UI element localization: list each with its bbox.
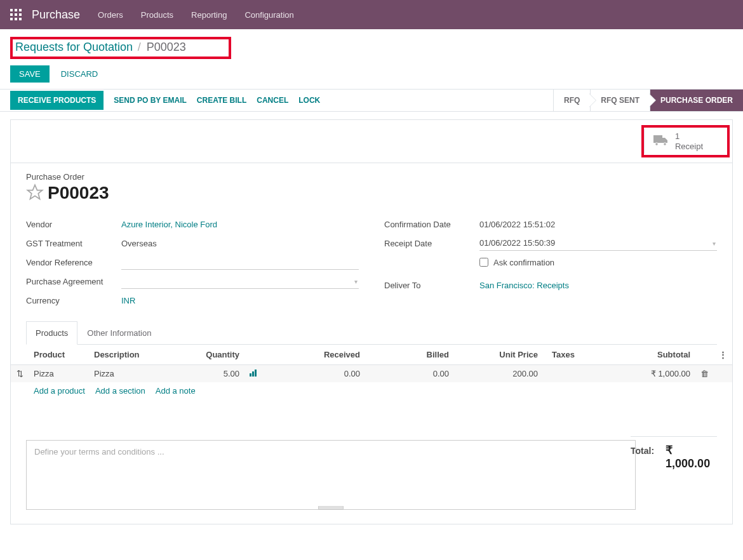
menu-products[interactable]: Products xyxy=(141,10,173,20)
svg-rect-5 xyxy=(19,13,22,16)
vendor-label: Vendor xyxy=(26,220,121,229)
lock-button[interactable]: LOCK xyxy=(298,96,320,105)
add-section-link[interactable]: Add a section xyxy=(95,386,145,396)
fields-grid: Vendor Azure Interior, Nicole Ford GST T… xyxy=(11,210,732,321)
cell-received: 0.00 xyxy=(264,365,365,383)
menu-orders[interactable]: Orders xyxy=(98,10,123,20)
stat-count: 1 xyxy=(675,131,703,142)
stat-label: Receipt xyxy=(675,142,703,152)
svg-rect-12 xyxy=(250,373,251,377)
col-quantity: Quantity xyxy=(187,345,244,365)
save-button[interactable]: SAVE xyxy=(10,65,50,83)
statusbar: RECEIVE PRODUCTS SEND PO BY EMAIL CREATE… xyxy=(0,89,743,112)
ask-confirmation-checkbox[interactable] xyxy=(479,258,488,267)
col-handle xyxy=(11,345,29,365)
receipt-date-input[interactable] xyxy=(479,236,717,251)
breadcrumb-parent[interactable]: Requests for Quotation xyxy=(15,41,133,53)
breadcrumb-current: P00023 xyxy=(147,41,186,53)
status-stages: RFQ RFQ SENT PURCHASE ORDER xyxy=(553,90,743,111)
gst-label: GST Treatment xyxy=(26,239,121,248)
vendor-ref-input[interactable] xyxy=(121,255,359,270)
apps-icon[interactable] xyxy=(10,9,22,20)
currency-value[interactable]: INR xyxy=(121,296,359,305)
stat-button-highlight: 1 Receipt xyxy=(641,125,730,157)
svg-rect-2 xyxy=(19,9,22,11)
confirmation-date-value: 01/06/2022 15:51:02 xyxy=(479,220,717,229)
form-sheet: 1 Receipt Purchase Order P00023 Vendor A… xyxy=(10,119,733,524)
stage-rfq-sent[interactable]: RFQ SENT xyxy=(590,90,650,111)
confirmation-date-label: Confirmation Date xyxy=(384,220,479,229)
svg-rect-7 xyxy=(15,18,17,20)
cell-product[interactable]: Pizza xyxy=(29,365,89,383)
svg-point-10 xyxy=(664,143,666,145)
col-trash xyxy=(695,345,714,365)
col-product: Product xyxy=(29,345,89,365)
svg-rect-14 xyxy=(255,370,257,377)
col-taxes: Taxes xyxy=(543,345,606,365)
svg-rect-6 xyxy=(10,18,13,20)
statusbar-left: RECEIVE PRODUCTS SEND PO BY EMAIL CREATE… xyxy=(0,90,553,111)
col-subtotal: Subtotal xyxy=(606,345,695,365)
col-billed: Billed xyxy=(365,345,454,365)
trash-icon[interactable]: 🗑 xyxy=(695,365,714,383)
svg-point-9 xyxy=(655,143,658,145)
svg-rect-3 xyxy=(10,13,13,16)
deliver-to-value[interactable]: San Francisco: Receipts xyxy=(479,281,717,290)
terms-placeholder: Define your terms and conditions ... xyxy=(34,447,164,457)
cell-quantity[interactable]: 5.00 xyxy=(187,365,244,383)
products-table: Product Description Quantity Received Bi… xyxy=(11,345,732,431)
add-product-link[interactable]: Add a product xyxy=(34,386,85,396)
tab-other-information[interactable]: Other Information xyxy=(77,321,161,345)
svg-rect-4 xyxy=(15,13,17,16)
breadcrumb-highlight: Requests for Quotation / P00023 xyxy=(10,37,231,59)
stat-area: 1 Receipt xyxy=(11,120,732,163)
cell-taxes[interactable] xyxy=(543,365,606,383)
menu-configuration[interactable]: Configuration xyxy=(244,10,293,20)
tab-products[interactable]: Products xyxy=(26,321,77,345)
cell-unit-price[interactable]: 200.00 xyxy=(454,365,543,383)
forecast-chart-icon[interactable] xyxy=(244,365,264,383)
topbar: Purchase Orders Products Reporting Confi… xyxy=(0,0,743,29)
purchase-agreement-input[interactable] xyxy=(121,274,359,289)
products-table-wrap: Product Description Quantity Received Bi… xyxy=(11,345,732,431)
purchase-agreement-label: Purchase Agreement xyxy=(26,277,121,286)
menu-reporting[interactable]: Reporting xyxy=(191,10,227,20)
resize-grip-icon[interactable] xyxy=(318,506,344,510)
fields-right: Confirmation Date 01/06/2022 15:51:02 Re… xyxy=(384,215,717,310)
svg-marker-11 xyxy=(27,185,42,199)
cancel-button[interactable]: CANCEL xyxy=(257,96,288,105)
po-number: P00023 xyxy=(48,183,109,203)
stage-purchase-order[interactable]: PURCHASE ORDER xyxy=(650,90,743,111)
title-block: Purchase Order P00023 xyxy=(11,163,732,210)
gst-value: Overseas xyxy=(121,239,359,248)
discard-button[interactable]: DISCARD xyxy=(56,65,104,83)
cell-subtotal: ₹ 1,000.00 xyxy=(606,365,695,383)
ask-confirmation-label: Ask confirmation xyxy=(493,258,554,267)
add-links-row: Add a product Add a section Add a note xyxy=(11,382,732,399)
col-chart xyxy=(244,345,264,365)
create-bill-button[interactable]: CREATE BILL xyxy=(197,96,246,105)
app-title[interactable]: Purchase xyxy=(32,8,80,22)
col-unit-price: Unit Price xyxy=(454,345,543,365)
star-icon[interactable] xyxy=(26,183,44,203)
record-type-label: Purchase Order xyxy=(26,172,717,182)
cell-billed: 0.00 xyxy=(365,365,454,383)
terms-textarea[interactable]: Define your terms and conditions ... xyxy=(26,440,636,510)
truck-icon xyxy=(653,134,669,149)
svg-rect-0 xyxy=(10,9,13,11)
add-note-link[interactable]: Add a note xyxy=(156,386,196,396)
receipt-date-label: Receipt Date xyxy=(384,239,479,248)
cell-description[interactable]: Pizza xyxy=(89,365,187,383)
vendor-ref-label: Vendor Reference xyxy=(26,258,121,267)
receipt-stat-button[interactable]: 1 Receipt xyxy=(644,129,727,154)
vendor-value[interactable]: Azure Interior, Nicole Ford xyxy=(121,220,359,229)
drag-handle-icon[interactable]: ⇅ xyxy=(11,365,29,383)
svg-rect-1 xyxy=(15,9,17,11)
send-po-email-button[interactable]: SEND PO BY EMAIL xyxy=(114,96,186,105)
table-row[interactable]: ⇅ Pizza Pizza 5.00 0.00 0.00 200.00 ₹ 1,… xyxy=(11,365,732,383)
top-menu: Orders Products Reporting Configuration xyxy=(98,10,294,20)
col-more[interactable]: ⋮ xyxy=(714,345,732,365)
stage-rfq[interactable]: RFQ xyxy=(553,90,590,111)
col-received: Received xyxy=(264,345,365,365)
receive-products-button[interactable]: RECEIVE PRODUCTS xyxy=(10,91,104,110)
